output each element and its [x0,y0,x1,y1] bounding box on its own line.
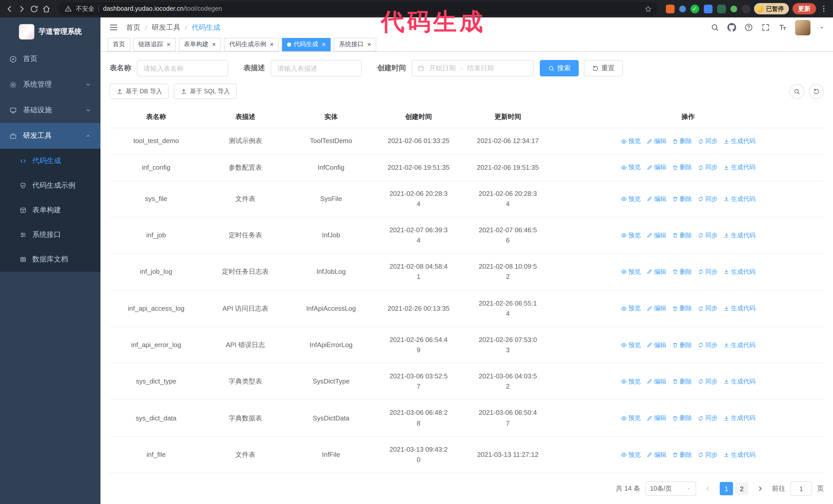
action-delete[interactable]: 删除 [672,304,692,313]
fullscreen-icon[interactable] [761,23,770,32]
github-icon[interactable] [728,23,736,32]
action-delete[interactable]: 删除 [672,136,692,146]
sidebar-subitem-system-api[interactable]: 系统接口 [0,222,100,247]
action-delete[interactable]: 删除 [672,340,692,350]
action-generate-code[interactable]: 生成代码 [723,413,756,423]
action-preview[interactable]: 预览 [621,413,641,423]
search-button[interactable]: 搜索 [540,60,579,77]
sidebar-item-home[interactable]: 首页 [0,46,100,72]
sidebar-item-infrastructure[interactable]: 基础设施 [0,97,100,123]
action-sync[interactable]: 同步 [698,304,718,313]
breadcrumb-home[interactable]: 首页 [126,23,140,32]
tab-1[interactable]: 链路追踪× [133,38,175,51]
action-edit[interactable]: 编辑 [646,450,666,459]
chrome-update-button[interactable]: 更新 [792,3,816,14]
tab-close-icon[interactable]: × [212,41,216,48]
action-delete[interactable]: 删除 [672,450,692,459]
action-preview[interactable]: 预览 [621,194,641,203]
action-delete[interactable]: 删除 [672,163,692,172]
tab-2[interactable]: 表单构建× [178,38,221,51]
action-edit[interactable]: 编辑 [646,231,666,240]
import-sql-button[interactable]: 基于 SQL 导入 [174,84,237,99]
action-sync[interactable]: 同步 [698,413,718,423]
action-delete[interactable]: 删除 [672,377,692,386]
extension-icon-4[interactable] [704,4,712,13]
action-edit[interactable]: 编辑 [646,413,666,423]
action-edit[interactable]: 编辑 [646,136,666,146]
import-db-button[interactable]: 基于 DB 导入 [110,84,169,99]
sidebar-subitem-form-builder[interactable]: 表单构建 [0,198,100,222]
tab-close-icon[interactable]: × [367,41,371,48]
tab-close-icon[interactable]: × [322,41,326,48]
action-generate-code[interactable]: 生成代码 [723,194,756,203]
action-generate-code[interactable]: 生成代码 [723,450,756,459]
sidebar-subitem-db-docs[interactable]: 数据库文档 [0,247,100,272]
goto-page-input[interactable] [790,481,812,496]
action-edit[interactable]: 编辑 [646,267,666,277]
browser-forward-icon[interactable] [18,4,26,13]
extension-icon-1[interactable] [666,4,674,13]
app-logo[interactable]: 芋道管理系统 [0,18,100,46]
action-sync[interactable]: 同步 [698,194,718,203]
browser-menu-kebab-icon[interactable] [820,5,828,13]
extension-icon-6[interactable] [730,5,737,12]
security-label[interactable]: 不安全 [76,4,94,13]
sidebar-subitem-codegen-example[interactable]: 代码生成示例 [0,173,100,198]
font-size-icon[interactable] [778,23,787,32]
action-sync[interactable]: 同步 [698,267,718,277]
tab-5[interactable]: 系统接口× [334,38,376,51]
page-button-1[interactable]: 1 [720,482,733,495]
action-delete[interactable]: 删除 [672,194,692,203]
table-desc-input[interactable] [271,60,362,77]
action-generate-code[interactable]: 生成代码 [723,304,756,313]
sidebar-item-system-management[interactable]: 系统管理 [0,72,100,97]
action-generate-code[interactable]: 生成代码 [723,136,756,146]
tab-0[interactable]: 首页 [108,38,130,51]
table-name-input[interactable] [137,60,228,77]
reset-button[interactable]: 重置 [584,60,623,77]
avatar-caret-icon[interactable] [819,24,825,30]
sidebar-item-dev-tools[interactable]: 研发工具 [0,123,100,149]
action-preview[interactable]: 预览 [621,136,641,146]
action-edit[interactable]: 编辑 [646,163,666,172]
not-secure-warning-icon[interactable] [65,5,72,12]
action-sync[interactable]: 同步 [698,136,718,146]
action-generate-code[interactable]: 生成代码 [723,267,756,277]
prev-page-button[interactable] [701,482,715,495]
action-generate-code[interactable]: 生成代码 [723,231,756,240]
action-sync[interactable]: 同步 [698,231,718,240]
sidebar-subitem-codegen[interactable]: 代码生成 [0,149,100,173]
breadcrumb-current[interactable]: 代码生成 [192,23,220,32]
extension-icon-5[interactable] [717,4,725,13]
refresh-table-button[interactable] [809,84,824,99]
browser-home-icon[interactable] [42,4,51,13]
action-sync[interactable]: 同步 [698,163,718,172]
avatar[interactable] [795,20,810,35]
date-range-picker[interactable]: 开始日期 - 结束日期 [412,60,533,77]
action-edit[interactable]: 编辑 [646,340,666,350]
action-delete[interactable]: 删除 [672,231,692,240]
tab-4[interactable]: 代码生成× [282,38,331,51]
action-preview[interactable]: 预览 [621,267,641,277]
action-generate-code[interactable]: 生成代码 [723,377,756,386]
action-preview[interactable]: 预览 [621,450,641,459]
end-date-placeholder[interactable]: 结束日期 [467,64,494,73]
action-sync[interactable]: 同步 [698,377,718,386]
hamburger-icon[interactable] [109,23,118,32]
action-delete[interactable]: 删除 [672,413,692,423]
page-size-select[interactable]: 10条/页 [645,481,696,496]
browser-profile-paused-chip[interactable]: 已暂停 [754,3,789,14]
toggle-search-button[interactable] [789,84,804,99]
action-preview[interactable]: 预览 [621,377,641,386]
action-preview[interactable]: 预览 [621,340,641,350]
question-icon[interactable] [744,23,753,32]
browser-back-icon[interactable] [5,4,14,13]
action-preview[interactable]: 预览 [621,231,641,240]
action-generate-code[interactable]: 生成代码 [723,163,756,172]
page-button-2[interactable]: 2 [735,482,748,495]
start-date-placeholder[interactable]: 开始日期 [429,64,456,73]
action-preview[interactable]: 预览 [621,304,641,313]
action-edit[interactable]: 编辑 [646,377,666,386]
search-icon[interactable] [711,23,719,32]
address-bar[interactable]: 不安全 dashboard.yudao.iocoder.cn/tool/code… [58,2,658,16]
